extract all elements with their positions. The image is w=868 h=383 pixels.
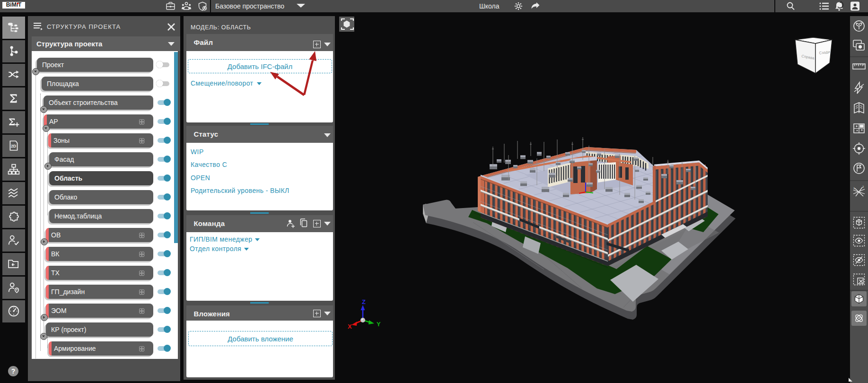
svg-text:Z: Z	[362, 298, 366, 305]
svg-text:X: X	[348, 323, 352, 330]
svg-text:2D: 2D	[11, 144, 16, 148]
svg-text:2: 2	[862, 185, 864, 188]
svg-text:Y: Y	[377, 321, 381, 328]
